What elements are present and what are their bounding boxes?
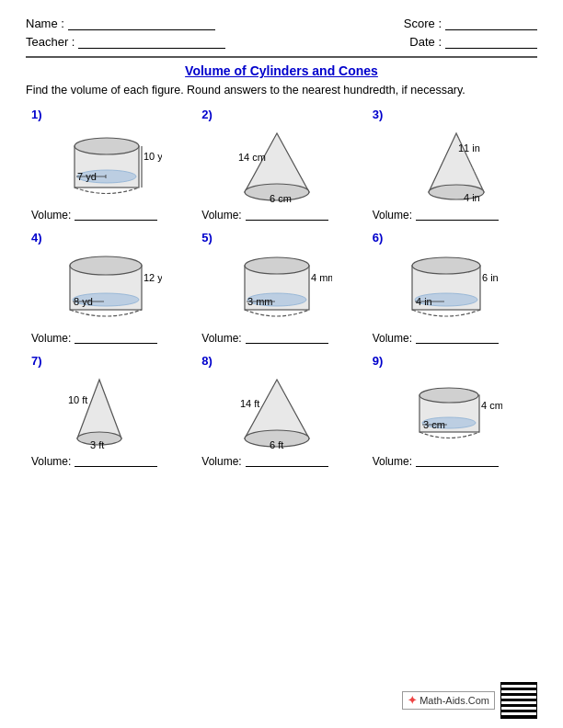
prob-2-answer [246,210,328,221]
prob-1-figure: 10 yd 7 yd [31,123,190,206]
problem-6: 6) 6 in 4 in Volume: [367,227,537,350]
prob-3-figure: 11 in 4 in [373,123,532,206]
score-input-line [445,17,537,30]
svg-text:6 cm: 6 cm [270,193,292,204]
problem-1: 1) 10 yd 7 yd [26,104,196,227]
prob-3-answer [416,210,499,221]
name-label: Name : [26,17,64,30]
date-field: Date : [409,35,537,49]
header-divider [26,56,537,58]
svg-text:3 ft: 3 ft [90,439,104,450]
prob-9-num: 9) [373,354,532,368]
worksheet-title: Volume of Cylinders and Cones [26,63,537,78]
prob-7-figure: 10 ft 3 ft [31,370,190,452]
prob-3-num: 3) [373,108,532,121]
prob-5-num: 5) [201,231,361,245]
prob-6-answer [416,333,499,344]
prob-5-figure: 4 mm 3 mm [201,246,361,329]
name-field: Name : [26,17,215,30]
prob-3-vol-label: Volume: [373,209,412,222]
prob-9-answer [416,456,499,467]
prob-6-figure: 6 in 4 in [373,246,532,329]
prob-9-volume: Volume: [373,455,532,468]
prob-7-answer [75,456,157,467]
problem-2: 2) 14 cm 6 cm Volume: [196,104,366,227]
prob-4-vol-label: Volume: [31,332,71,345]
brand-box: ✦ Math-Aids.Com [402,691,495,710]
prob-1-num: 1) [31,108,190,121]
prob-5-volume: Volume: [201,332,361,345]
problem-8: 8) 14 ft 6 ft Volume: [196,350,366,473]
svg-text:10 ft: 10 ft [68,394,87,405]
svg-marker-8 [245,133,309,192]
svg-text:4 in: 4 in [464,192,480,203]
problem-5: 5) 4 mm 3 mm Volume: [196,227,366,350]
teacher-field: Teacher : [26,35,225,49]
svg-text:4 cm: 4 cm [481,400,502,411]
date-label: Date : [409,35,442,49]
svg-text:12 yd: 12 yd [144,272,162,283]
prob-2-volume: Volume: [201,209,361,222]
svg-point-45 [419,388,478,403]
svg-point-31 [412,257,480,274]
svg-text:6 ft: 6 ft [270,439,283,450]
prob-9-vol-label: Volume: [373,455,412,468]
svg-marker-40 [245,380,309,438]
prob-8-num: 8) [201,354,361,368]
svg-marker-36 [77,380,121,438]
score-field: Score : [404,17,537,30]
prob-5-answer [246,333,328,344]
prob-2-num: 2) [201,108,361,121]
prob-4-figure: 12 yd 8 yd [31,246,190,329]
instructions: Find the volume of each figure. Round an… [26,84,537,97]
svg-text:10 yd: 10 yd [144,151,162,162]
teacher-label: Teacher : [26,35,75,49]
prob-8-volume: Volume: [201,455,361,468]
teacher-input-line [78,36,225,49]
qr-code [500,682,537,719]
prob-8-answer [246,456,328,467]
svg-point-1 [75,138,139,154]
prob-7-num: 7) [31,354,190,368]
prob-1-vol-label: Volume: [31,209,71,222]
problem-4: 4) 12 yd 8 yd Volume: [26,227,196,350]
prob-8-vol-label: Volume: [201,455,241,468]
prob-6-num: 6) [373,231,532,245]
prob-5-vol-label: Volume: [201,332,241,345]
problems-grid: 1) 10 yd 7 yd [26,104,537,473]
prob-8-figure: 14 ft 6 ft [201,370,361,452]
prob-1-answer [75,210,157,221]
svg-text:14 ft: 14 ft [240,398,259,409]
svg-text:4 mm: 4 mm [311,272,332,283]
problem-7: 7) 10 ft 3 ft Volume: [26,350,196,473]
header-bottom: Teacher : Date : [26,35,537,49]
prob-4-num: 4) [31,231,190,245]
svg-point-25 [245,257,309,274]
problem-3: 3) 11 in 4 in Volume: [367,104,537,227]
prob-6-vol-label: Volume: [373,332,412,345]
footer: ✦ Math-Aids.Com [402,682,537,719]
header-top: Name : Score : [26,17,537,30]
prob-2-figure: 14 cm 6 cm [201,123,361,206]
svg-text:14 cm: 14 cm [238,152,266,163]
prob-4-answer [75,333,157,344]
score-label: Score : [404,17,442,30]
prob-4-volume: Volume: [31,332,190,345]
prob-1-volume: Volume: [31,209,190,222]
name-input-line [68,17,215,30]
problem-9: 9) 4 cm 3 cm Volume: [367,350,537,473]
brand-label: Math-Aids.Com [419,695,489,706]
prob-2-vol-label: Volume: [201,209,241,222]
prob-3-volume: Volume: [373,209,532,222]
page: Name : Score : Teacher : Date : Volume o… [0,0,563,728]
prob-7-volume: Volume: [31,455,190,468]
prob-6-volume: Volume: [373,332,532,345]
date-input-line [445,36,537,49]
prob-9-figure: 4 cm 3 cm [373,370,532,452]
svg-point-19 [70,256,142,275]
svg-text:11 in: 11 in [458,142,480,154]
prob-7-vol-label: Volume: [31,455,71,468]
svg-text:6 in: 6 in [482,272,499,283]
